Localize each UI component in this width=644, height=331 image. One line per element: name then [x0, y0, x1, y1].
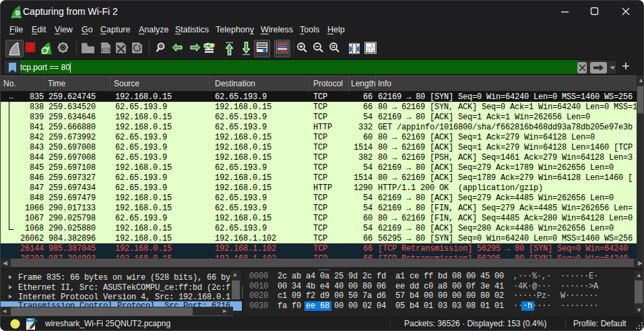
svg-text:010: 010 — [103, 48, 109, 52]
